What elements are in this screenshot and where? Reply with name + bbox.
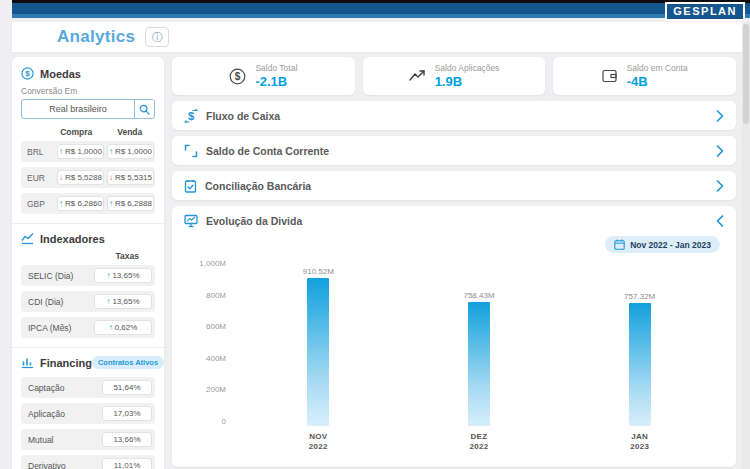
bar-group: 758.43M DEZ 2022 bbox=[399, 263, 560, 453]
plot-area: 910.52M NOV 2022 758.43M DEZ 20 bbox=[238, 263, 720, 453]
venda-text: R$ 1,0000 bbox=[115, 147, 152, 156]
summary-label: Saldo Aplicações bbox=[435, 63, 500, 73]
bar-value-label: 757.32M bbox=[624, 292, 655, 301]
compra-text: R$ 5,5288 bbox=[65, 173, 102, 182]
main-area: $ Saldo Total -2.1B Saldo Aplicações 1.9… bbox=[172, 57, 736, 469]
line-chart-icon bbox=[21, 232, 34, 245]
date-range-row: Nov 2022 - Jan 2023 bbox=[188, 236, 720, 253]
scrollbar-thumb[interactable] bbox=[743, 24, 749, 124]
indexador-label: CDI (Dia) bbox=[28, 297, 63, 307]
chevron-right-icon bbox=[716, 180, 724, 192]
saldo-total-card: $ Saldo Total -2.1B bbox=[172, 57, 355, 95]
financing-row: Derivativo 11,01% bbox=[21, 455, 155, 469]
trend-arrow-icon: ↑ bbox=[109, 147, 113, 156]
currency-table-header: Compra Venda bbox=[21, 127, 155, 137]
col-taxas: Taxas bbox=[21, 251, 139, 261]
currency-row: GBP ↑ R$ 6,2860 ↑ R$ 6,2888 bbox=[21, 193, 155, 214]
trend-arrow-icon: ↑ bbox=[106, 271, 110, 280]
currency-code: GBP bbox=[27, 199, 54, 209]
y-axis: 1,000M 800M 600M 400M 200M 0 bbox=[192, 259, 238, 426]
indexador-label: SELIC (Dia) bbox=[28, 271, 73, 281]
indexador-row: SELIC (Dia) ↑ 13,65% bbox=[21, 265, 155, 286]
financing-value: 11,01% bbox=[102, 458, 152, 469]
saldo-aplicacoes-card: Saldo Aplicações 1.9B bbox=[363, 57, 546, 95]
date-range-picker[interactable]: Nov 2022 - Jan 2023 bbox=[605, 236, 720, 253]
y-tick: 400M bbox=[206, 354, 226, 363]
bar-area: 758.43M bbox=[399, 263, 560, 426]
dollar-circle-icon: $ bbox=[21, 67, 34, 80]
sidebar: $ Moedas Conversão Em Compra Venda bbox=[12, 57, 164, 469]
bar-dez-2022[interactable] bbox=[468, 302, 490, 426]
bar-value-label: 910.52M bbox=[303, 267, 334, 276]
contratos-ativos-badge[interactable]: Contratos Ativos bbox=[92, 356, 164, 369]
summary-value: -4B bbox=[627, 74, 688, 89]
trend-arrow-icon: ↑ bbox=[59, 147, 63, 156]
panel-header[interactable]: Evolução da Divida bbox=[172, 206, 736, 235]
conversion-search-box bbox=[21, 99, 155, 119]
info-button[interactable]: ⓘ bbox=[145, 27, 169, 47]
summary-text: Saldo em Conta -4B bbox=[627, 63, 688, 89]
indexador-text: 13,65% bbox=[112, 297, 139, 306]
wallet-icon bbox=[602, 69, 618, 83]
trend-arrow-icon: ↑ bbox=[106, 297, 110, 306]
divider bbox=[12, 347, 164, 348]
panel-title: Conciliação Bancária bbox=[205, 180, 311, 192]
search-button[interactable] bbox=[134, 100, 154, 118]
financing-title-wrap: Financing bbox=[21, 356, 92, 369]
compra-value: ↓ R$ 5,5288 bbox=[57, 170, 104, 185]
clipboard-check-icon bbox=[184, 179, 197, 193]
financing-value: 17,03% bbox=[102, 406, 152, 421]
bar-value-label: 758.43M bbox=[463, 291, 494, 300]
compra-value: ↑ R$ 6,2860 bbox=[57, 196, 104, 211]
cash-flow-icon: $ bbox=[184, 109, 198, 123]
calendar-icon bbox=[614, 239, 625, 250]
summary-value: -2.1B bbox=[255, 74, 297, 89]
currency-row: EUR ↓ R$ 5,5288 ↓ R$ 5,5315 bbox=[21, 167, 155, 188]
bar-jan-2023[interactable] bbox=[629, 303, 651, 426]
indexador-label: IPCA (Mês) bbox=[28, 323, 71, 333]
panel-header[interactable]: Saldo de Conta Corrente bbox=[172, 136, 736, 165]
y-tick: 800M bbox=[206, 291, 226, 300]
chevron-right-icon bbox=[716, 110, 724, 122]
financing-value: 51,64% bbox=[102, 380, 152, 395]
panel-header[interactable]: $ Fluxo de Caixa bbox=[172, 101, 736, 130]
info-icon: ⓘ bbox=[152, 31, 163, 43]
svg-text:$: $ bbox=[188, 109, 194, 121]
svg-text:$: $ bbox=[25, 69, 30, 78]
panel-header[interactable]: Conciliação Bancária bbox=[172, 171, 736, 200]
indexador-value: ↑ 13,65% bbox=[94, 268, 152, 283]
currency-row: BRL ↑ R$ 1,0000 ↑ R$ 1,0000 bbox=[21, 141, 155, 162]
trend-arrow-icon: ↓ bbox=[59, 173, 63, 182]
summary-text: Saldo Aplicações 1.9B bbox=[435, 63, 500, 89]
venda-text: R$ 5,5315 bbox=[115, 173, 152, 182]
panel-fluxo-de-caixa: $ Fluxo de Caixa bbox=[172, 101, 736, 130]
trend-arrow-icon: ↑ bbox=[59, 199, 63, 208]
vertical-scrollbar[interactable] bbox=[742, 22, 750, 469]
content: $ Moedas Conversão Em Compra Venda bbox=[12, 57, 736, 469]
indexador-value: ↑ 13,65% bbox=[94, 294, 152, 309]
page-title: Analytics bbox=[57, 27, 135, 47]
x-axis-label: JAN 2023 bbox=[624, 432, 656, 453]
trend-arrow-icon: ↓ bbox=[109, 173, 113, 182]
financing-row: Captação 51,64% bbox=[21, 377, 155, 398]
financing-title: Financing bbox=[40, 357, 92, 369]
compra-text: R$ 6,2860 bbox=[65, 199, 102, 208]
financing-value: 13,66% bbox=[102, 432, 152, 447]
date-range-label: Nov 2022 - Jan 2023 bbox=[630, 240, 711, 250]
panel-title: Saldo de Conta Corrente bbox=[206, 145, 329, 157]
financing-label: Mutual bbox=[28, 435, 54, 445]
dollar-circle-icon: $ bbox=[229, 68, 246, 85]
currency-code: BRL bbox=[27, 147, 54, 157]
indexador-text: 13,65% bbox=[112, 271, 139, 280]
panel-evolucao-da-divida: Evolução da Divida bbox=[172, 206, 736, 467]
indexadores-section-header: Indexadores bbox=[21, 232, 155, 245]
panel-conciliacao-bancaria: Conciliação Bancária bbox=[172, 171, 736, 200]
gesplan-logo: GESPLAN bbox=[665, 2, 745, 21]
indexador-row: CDI (Dia) ↑ 13,65% bbox=[21, 291, 155, 312]
sync-icon bbox=[184, 144, 198, 158]
bar-nov-2022[interactable] bbox=[307, 278, 329, 426]
indexador-value: ↑ 0,62% bbox=[94, 320, 152, 335]
venda-value: ↑ R$ 1,0000 bbox=[107, 144, 154, 159]
financing-section-header: Financing Contratos Ativos bbox=[21, 356, 155, 369]
conversion-input[interactable] bbox=[22, 104, 134, 114]
